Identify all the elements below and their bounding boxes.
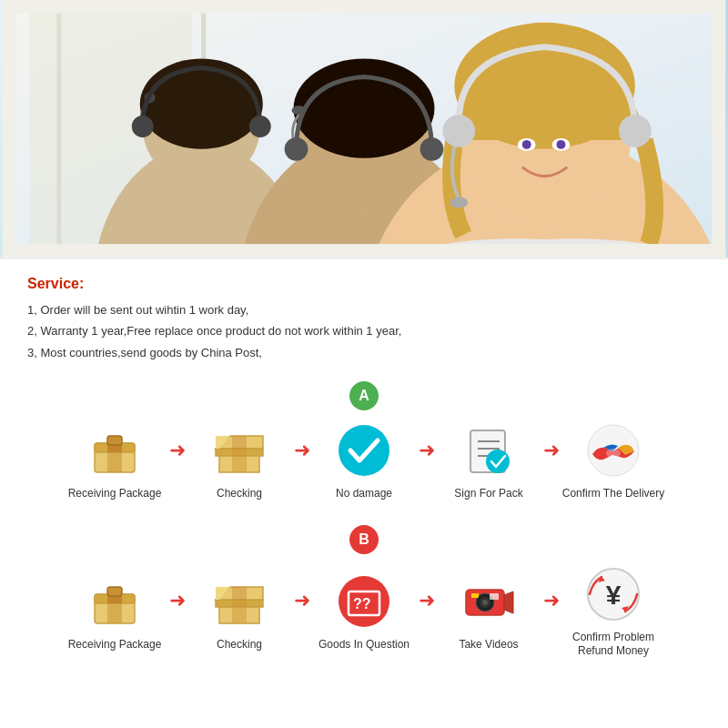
arrow-4b: ➜	[543, 589, 560, 632]
svg-point-25	[619, 115, 652, 147]
svg-rect-35	[232, 449, 247, 472]
svg-text:??: ??	[353, 596, 371, 612]
yen-circle-icon: ¥	[582, 563, 644, 625]
svg-rect-3	[56, 0, 61, 258]
flow-section-a: A Receiving Package ➜	[0, 372, 728, 516]
flow-item-confirm-delivery: Confirm The Delivery	[561, 420, 666, 501]
flow-item-video: Take Videos	[437, 571, 541, 652]
svg-point-12	[294, 59, 435, 158]
flow-item-question: ?? Goods In Question	[312, 571, 417, 652]
flow-item-checking-b: Checking	[187, 571, 292, 652]
svg-rect-29	[712, 0, 725, 258]
svg-point-14	[285, 137, 308, 161]
flow-item-sign: Sign For Pack	[437, 420, 541, 501]
flow-label-receiving-b: Receiving Package	[68, 638, 162, 652]
flow-row-b: Receiving Package ➜ Checking ➜	[9, 563, 719, 659]
hero-section	[0, 0, 728, 259]
camera-icon	[458, 571, 520, 632]
flow-item-checking-a: Checking	[187, 420, 292, 501]
svg-rect-27	[3, 244, 725, 258]
checkmark-icon	[333, 420, 395, 481]
package-icon-a	[84, 420, 146, 481]
flow-label-checking-a: Checking	[217, 487, 262, 501]
service-item-3: 3, Most countries,send goods by China Po…	[27, 342, 701, 363]
service-item-2: 2, Warranty 1 year,Free replace once pro…	[27, 320, 701, 341]
svg-point-42	[486, 450, 510, 473]
svg-text:¥: ¥	[606, 580, 622, 610]
svg-point-44	[606, 449, 621, 458]
flow-item-receiving-a: Receiving Package	[63, 420, 167, 501]
arrow-1a: ➜	[169, 439, 186, 482]
open-box-icon-b	[208, 571, 270, 632]
package-icon-b	[84, 571, 146, 632]
svg-point-8	[132, 116, 154, 137]
flow-section-b: B Receiving Package ➜	[0, 516, 728, 673]
service-item-1: 1, Order will be sent out wihtin 1 work …	[27, 299, 701, 320]
svg-rect-50	[232, 600, 247, 623]
svg-rect-34	[107, 436, 122, 445]
svg-point-6	[140, 59, 263, 149]
svg-point-24	[442, 115, 475, 147]
flow-label-sign: Sign For Pack	[454, 487, 522, 501]
handshake-icon	[582, 420, 644, 481]
svg-rect-59	[471, 593, 479, 598]
flow-row-a: Receiving Package ➜ Checking ➜	[9, 420, 719, 501]
badge-b: B	[349, 525, 379, 554]
flow-label-video: Take Videos	[459, 638, 518, 652]
svg-point-23	[450, 197, 468, 207]
svg-rect-26	[3, 0, 725, 14]
arrow-4a: ➜	[543, 439, 560, 482]
svg-rect-51	[232, 587, 247, 600]
flow-label-question: Goods In Question	[318, 638, 410, 652]
svg-rect-49	[107, 587, 122, 596]
svg-point-20	[522, 140, 531, 149]
question-box-icon: ??	[333, 571, 395, 632]
badge-a: A	[349, 381, 379, 410]
flow-label-confirm-problem: Confirm Problem Refund Money	[561, 631, 666, 659]
svg-point-22	[557, 140, 566, 149]
flow-label-nodamage: No damage	[336, 487, 392, 501]
svg-point-37	[339, 425, 389, 476]
service-title: Service:	[27, 276, 701, 292]
service-list: 1, Order will be sent out wihtin 1 work …	[27, 299, 701, 363]
arrow-2a: ➜	[294, 439, 310, 482]
arrow-3b: ➜	[419, 589, 435, 632]
svg-rect-28	[3, 0, 16, 258]
flow-label-checking-b: Checking	[217, 638, 262, 652]
arrow-1b: ➜	[169, 589, 186, 632]
flow-item-receiving-b: Receiving Package	[63, 571, 167, 652]
arrow-3a: ➜	[419, 439, 435, 482]
arrow-2b: ➜	[294, 589, 310, 632]
svg-rect-36	[232, 436, 247, 449]
svg-point-15	[420, 137, 444, 161]
service-section: Service: 1, Order will be sent out wihti…	[0, 259, 728, 372]
svg-rect-60	[490, 593, 499, 600]
sign-document-icon	[458, 420, 520, 481]
flow-item-confirm-problem: ¥ Confirm Problem Refund Money	[561, 563, 666, 659]
svg-point-9	[249, 116, 271, 137]
open-box-icon-a	[208, 420, 270, 481]
flow-label-confirm-delivery: Confirm The Delivery	[562, 487, 664, 501]
svg-point-58	[482, 600, 488, 605]
flow-label-receiving-a: Receiving Package	[68, 487, 162, 501]
flow-item-nodamage: No damage	[312, 420, 417, 501]
